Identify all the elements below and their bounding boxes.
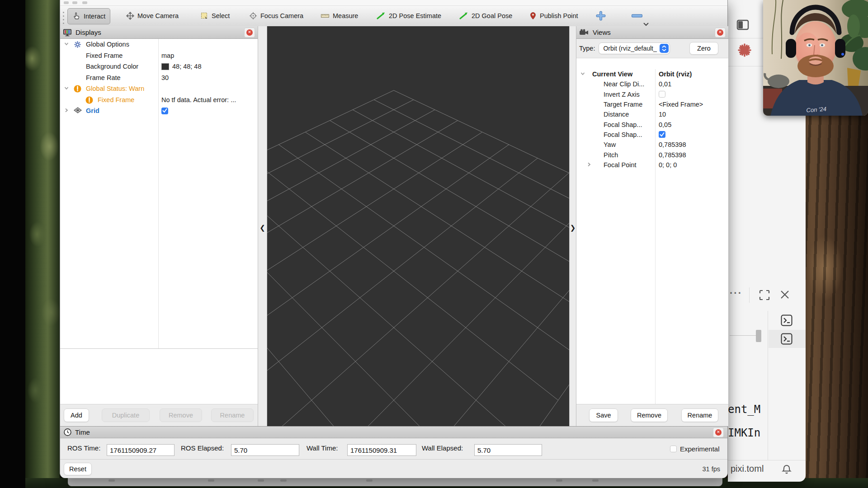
duplicate-button[interactable]: Duplicate [102,408,150,422]
pin-icon [529,12,537,20]
time-field-input[interactable]: 1761150909.27 [107,444,175,456]
property-value[interactable] [659,131,665,138]
rename-button[interactable]: Rename [211,408,254,422]
panel-splitter[interactable] [60,348,258,349]
display-row[interactable]: Frame Rate30 [60,72,258,84]
view-property-row[interactable]: Focal Shap... [576,130,728,140]
scrollbar-thumb[interactable] [756,330,761,342]
reset-button[interactable]: Reset [64,463,92,475]
remove-button[interactable]: Remove [631,408,668,422]
time-field-input[interactable]: 5.70 [474,444,542,456]
displays-close-button[interactable]: ✕ [244,28,255,38]
tool-2d-pose-estimate[interactable]: 2D Pose Estimate [372,8,446,23]
time-close-button[interactable]: ✕ [713,427,724,437]
view-property-row[interactable]: Target Frame<Fixed Frame> [576,99,728,109]
view-type-select[interactable]: Orbit (rviz_default_ [599,42,670,54]
checkbox[interactable] [161,108,168,114]
property-value[interactable]: 0,01 [659,80,671,88]
fullscreen-icon[interactable] [759,289,770,301]
pose-icon [459,12,468,20]
property-value[interactable]: 0,785398 [659,141,686,148]
tool-interact[interactable]: Interact [67,8,110,24]
property-value[interactable] [659,91,665,98]
tool-publish-point[interactable]: Publish Point [525,8,583,23]
fps-readout: 31 fps [703,465,721,473]
value-text: 48; 48; 48 [172,63,202,70]
remove-button[interactable]: Remove [160,408,202,422]
add-tool-button[interactable] [595,10,607,21]
split-handle[interactable] [730,335,758,336]
view-property-row[interactable]: Focal Shap...0,05 [576,119,728,129]
property-value[interactable]: 10 [659,111,666,118]
render-viewport[interactable] [267,26,569,426]
experimental-checkbox[interactable]: Experimental [670,445,720,453]
checkbox[interactable] [659,91,665,98]
terminal-icon[interactable] [780,333,793,345]
display-row[interactable]: Fixed Framemap [60,50,258,61]
divider [60,459,727,460]
expander-closed-icon[interactable] [64,108,70,114]
terminal-icon[interactable] [780,314,793,327]
view-property-row[interactable]: Focal Point0; 0; 0 [576,160,728,170]
expander-open-icon[interactable] [580,71,586,77]
display-row[interactable]: Global Status: Warn [60,83,258,94]
display-row[interactable]: Fixed FrameNo tf data. Actual error: ... [60,94,258,106]
rename-button[interactable]: Rename [681,408,718,422]
property-name: Background Color [86,63,138,70]
tool-move-camera[interactable]: Move Camera [122,8,183,23]
add-button[interactable]: Add [64,408,89,422]
property-value[interactable]: 0,05 [659,121,671,128]
tool-2d-goal-pose[interactable]: 2D Goal Pose [455,8,517,23]
layout-sidebar-icon[interactable] [736,18,750,32]
property-name: Global Options [86,41,129,48]
property-value[interactable]: 0; 0; 0 [659,161,677,169]
displays-panel-title: Displays [75,28,101,36]
more-options-button[interactable]: ··· [730,287,742,299]
property-value[interactable]: map [161,52,174,59]
display-row[interactable]: Grid [60,105,258,117]
tool-select[interactable]: Select [196,8,234,23]
views-tree: Current ViewOrbit (rviz)Near Clip Di...0… [576,69,728,404]
save-button[interactable]: Save [589,408,618,422]
tool-label: Interact [84,13,105,20]
property-value[interactable]: 0,785398 [659,151,686,159]
display-row[interactable]: Global Options [60,39,258,50]
tool-measure[interactable]: Measure [316,8,363,23]
display-row[interactable]: Background Color48; 48; 48 [60,61,258,72]
bell-icon[interactable] [781,464,792,475]
property-value[interactable]: <Fixed Frame> [659,101,703,108]
remove-tool-button[interactable] [631,10,643,21]
property-name: Grid [86,107,99,114]
property-value[interactable]: 30 [161,74,169,81]
property-value[interactable] [161,108,168,114]
expander-closed-icon[interactable] [586,162,593,168]
property-value[interactable]: No tf data. Actual error: ... [161,96,236,103]
view-property-row[interactable]: Distance10 [576,109,728,119]
property-name: Yaw [604,141,616,148]
asterisk-icon[interactable] [737,42,752,58]
displays-panel: Displays ✕ Global OptionsFixed FramemapB… [60,26,258,426]
checkbox[interactable] [659,131,665,138]
property-value[interactable]: Orbit (rviz) [659,70,692,78]
view-property-row[interactable]: Current ViewOrbit (rviz) [576,69,728,79]
time-field-input[interactable]: 1761150909.31 [347,444,416,456]
collapse-right-handle[interactable]: ❯ [569,26,576,426]
zero-button[interactable]: Zero [689,42,718,55]
view-property-row[interactable]: Yaw0,785398 [576,140,728,150]
divider [749,287,750,303]
time-field-input[interactable]: 5.70 [231,444,299,456]
color-swatch[interactable] [161,63,169,70]
views-close-button[interactable]: ✕ [715,28,726,38]
expander-open-icon[interactable] [64,85,70,92]
close-icon[interactable] [779,289,790,300]
collapse-left-handle[interactable]: ❮ [258,26,267,426]
toolbar-drag-handle[interactable] [63,9,66,23]
view-property-row[interactable]: Invert Z Axis [576,89,728,99]
view-property-row[interactable]: Near Clip Di...0,01 [576,79,728,89]
views-icon [579,29,589,36]
tool-focus-camera[interactable]: Focus Camera [245,8,308,23]
expander-open-icon[interactable] [64,41,70,47]
property-value[interactable]: 48; 48; 48 [161,63,202,70]
warn-icon [74,85,81,93]
view-property-row[interactable]: Pitch0,785398 [576,150,728,160]
